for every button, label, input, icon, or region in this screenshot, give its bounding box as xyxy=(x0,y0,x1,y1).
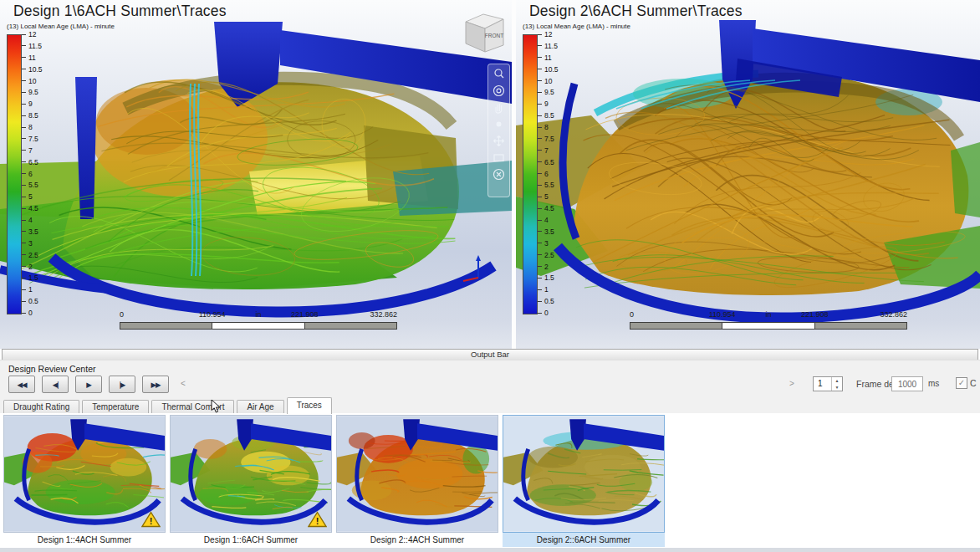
tab-draught-rating[interactable]: Draught Rating xyxy=(3,400,79,414)
thumbnail-design-1-4ach-summer[interactable]: !Design 1::4ACH Summer xyxy=(3,415,166,548)
scroll-prev-button[interactable]: < xyxy=(181,379,186,388)
thumbnail-image[interactable]: ! xyxy=(170,415,332,533)
thumbnail-caption: Design 1::6ACH Summer xyxy=(170,533,332,547)
pan-hand-icon[interactable] xyxy=(492,100,506,115)
legend-tick: 8 xyxy=(538,123,549,131)
legend-tick: 5 xyxy=(22,192,33,201)
legend-tick: 6.5 xyxy=(22,158,38,166)
cycle-checkbox[interactable]: ✓ xyxy=(956,377,967,389)
magnifier-icon[interactable] xyxy=(492,67,506,81)
legend-tick: 7 xyxy=(538,146,549,155)
window-zoom-icon[interactable] xyxy=(492,151,506,165)
viewport-title: Design 1\6ACH Summer\Traces xyxy=(13,3,227,20)
orbit-icon[interactable] xyxy=(492,84,506,98)
spinner-up-icon: ▲ xyxy=(832,377,842,384)
legend-tick: 8.5 xyxy=(538,111,554,120)
legend-tick: 9.5 xyxy=(22,88,38,96)
play-button[interactable]: ▶ xyxy=(75,376,102,393)
frame-spinner-value: 1 xyxy=(814,377,831,391)
step-forward-button[interactable]: |▶ xyxy=(109,376,135,393)
ruler-label: 0 xyxy=(630,310,634,319)
legend-tick: 1.5 xyxy=(538,273,554,282)
thumbnail-design-2-6ach-summer[interactable]: Design 2::6ACH Summer xyxy=(503,415,665,548)
design-review-center: Design Review Center ◀◀◀|▶|▶▶▶ < > 1 ▲▼ … xyxy=(0,360,980,398)
legend-tick: 0 xyxy=(538,309,549,317)
thumbnail-caption: Design 1::4ACH Summer xyxy=(3,533,166,547)
viewport-design2[interactable]: Design 2\6ACH Summer\Traces (13) Local M… xyxy=(516,0,980,349)
panel-title: Design Review Center xyxy=(8,364,95,374)
thumbnail-image[interactable] xyxy=(336,415,498,533)
view-cube[interactable]: FRONT xyxy=(461,8,508,56)
legend-tick: 5.5 xyxy=(538,181,554,189)
legend-tick: 4.5 xyxy=(538,204,554,212)
legend-tick: 11.5 xyxy=(538,42,558,50)
tab-thermal-comfort[interactable]: Thermal Comfort xyxy=(151,400,234,414)
spinner-down-icon: ▼ xyxy=(832,384,842,391)
legend-tick: 4.5 xyxy=(22,204,38,212)
rewind-button[interactable]: ◀◀ xyxy=(8,376,35,393)
thumbnail-caption: Design 2::6ACH Summer xyxy=(503,533,665,547)
color-legend: (13) Local Mean Age (LMA) - minute 1211.… xyxy=(7,23,65,313)
svg-text:!: ! xyxy=(150,516,153,526)
ruler-label: 0 xyxy=(120,310,124,319)
scale-ruler: 0110.954in221.908332.862 xyxy=(120,310,397,332)
legend-tick: 5 xyxy=(538,192,549,201)
ruler-label: 332.862 xyxy=(880,310,907,319)
legend-tick: 1.5 xyxy=(22,273,38,282)
legend-colorbar xyxy=(523,34,538,314)
legend-tick: 6 xyxy=(538,170,549,178)
step-back-button[interactable]: ◀| xyxy=(42,376,69,393)
legend-tick: 10 xyxy=(538,77,552,85)
view-cube-front-label: FRONT xyxy=(485,33,503,38)
scroll-next-button[interactable]: > xyxy=(789,379,794,388)
scene-design1[interactable] xyxy=(0,0,512,349)
output-bar[interactable]: Output Bar xyxy=(2,349,978,360)
center-point-icon[interactable] xyxy=(492,117,506,131)
nav-cross-icon[interactable] xyxy=(492,134,506,148)
legend-tick: 12 xyxy=(538,30,552,38)
legend-tick: 3 xyxy=(538,239,549,248)
legend-tick: 0 xyxy=(22,309,33,317)
viewport-title: Design 2\6ACH Summer\Traces xyxy=(529,3,743,20)
frame-delay-unit: ms xyxy=(928,379,939,388)
legend-tick: 8.5 xyxy=(22,111,38,120)
tab-air-age[interactable]: Air Age xyxy=(237,400,283,414)
frame-delay-input[interactable] xyxy=(891,376,923,391)
legend-tick: 9 xyxy=(538,100,549,108)
app-window: Design 1\6ACH Summer\Traces (13) Local M… xyxy=(0,0,980,552)
output-bar-label: Output Bar xyxy=(471,350,509,359)
legend-tick: 8 xyxy=(22,123,33,131)
fast-forward-button[interactable]: ▶▶ xyxy=(142,376,169,393)
legend-tick: 1 xyxy=(22,285,33,294)
scene-design2[interactable] xyxy=(516,0,980,349)
legend-tick: 0.5 xyxy=(538,297,554,305)
legend-tick: 10.5 xyxy=(538,65,559,74)
legend-tick: 12 xyxy=(22,30,36,38)
ruler-bar xyxy=(630,322,907,330)
ruler-label: 110.954 xyxy=(709,310,736,319)
ruler-label: 221.908 xyxy=(801,310,829,319)
thumbnail-image[interactable]: ! xyxy=(3,415,166,533)
frame-spinner[interactable]: 1 ▲▼ xyxy=(813,376,843,391)
tab-traces[interactable]: Traces xyxy=(287,397,332,414)
legend-tick: 6.5 xyxy=(538,158,554,166)
frame-spinner-arrows[interactable]: ▲▼ xyxy=(831,377,842,391)
cycle-checkbox-label: C xyxy=(970,378,977,388)
thumbnail-image[interactable] xyxy=(503,415,665,533)
thumbnail-design-2-4ach-summer[interactable]: Design 2::4ACH Summer xyxy=(336,415,498,548)
thumbnail-design-1-6ach-summer[interactable]: !Design 1::6ACH Summer xyxy=(170,415,332,548)
legend-tick: 11 xyxy=(538,54,552,62)
thumbnail-caption: Design 2::4ACH Summer xyxy=(336,533,498,547)
ruler-label: in xyxy=(255,310,261,319)
ruler-label: 221.908 xyxy=(291,310,319,319)
legend-tick: 9 xyxy=(22,100,33,108)
svg-text:!: ! xyxy=(316,516,319,526)
viewport-design1[interactable]: Design 1\6ACH Summer\Traces (13) Local M… xyxy=(0,0,512,349)
legend-tick: 2 xyxy=(538,263,549,271)
legend-tick: 4 xyxy=(538,216,549,224)
legend-tick: 2.5 xyxy=(22,251,38,259)
close-icon[interactable] xyxy=(492,167,506,181)
tab-temperature[interactable]: Temperature xyxy=(82,400,149,414)
legend-tick: 10 xyxy=(22,77,36,85)
legend-tick: 3.5 xyxy=(538,227,554,236)
